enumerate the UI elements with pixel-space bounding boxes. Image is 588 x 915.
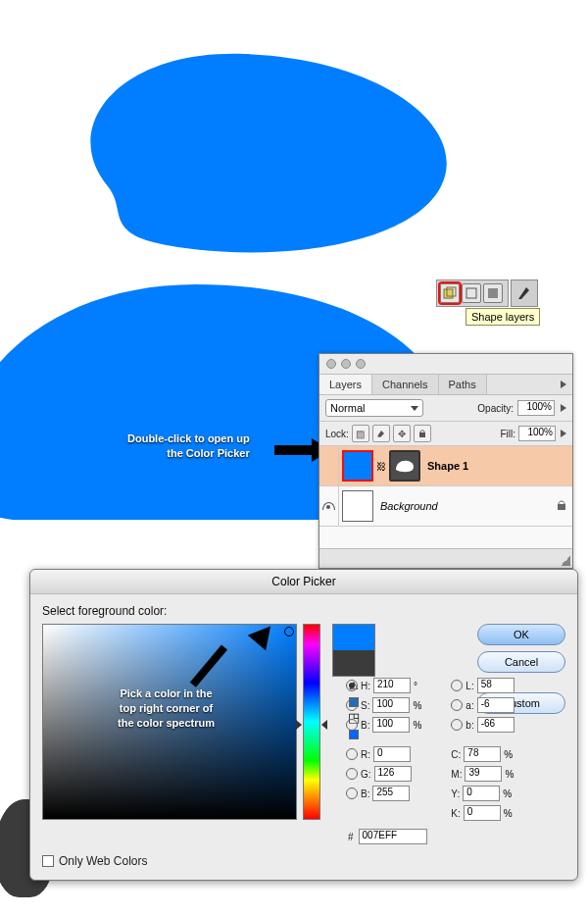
opacity-flyout-icon[interactable] <box>561 404 566 412</box>
g-label: G: <box>361 769 371 780</box>
layer-thumbnail[interactable] <box>342 450 373 482</box>
bb-label: B: <box>361 788 369 799</box>
layer-thumbnail[interactable] <box>342 490 373 522</box>
lb-radio[interactable] <box>451 719 463 731</box>
sat-radio[interactable] <box>346 699 358 711</box>
a-field[interactable]: -6 <box>477 697 514 713</box>
c-label: C: <box>451 749 461 760</box>
pct-unit: % <box>504 749 513 760</box>
s-field[interactable]: 100 <box>372 697 410 713</box>
l-label: L: <box>466 681 473 691</box>
shape-mode-toolbar <box>436 280 538 307</box>
dialog-title: Color Picker <box>30 570 577 594</box>
color-picker-dialog: Color Picker Select foreground color: ⚠ … <box>29 569 578 881</box>
visibility-toggle[interactable] <box>319 486 339 526</box>
layer-row-shape1[interactable]: ⛓ Shape 1 <box>319 446 572 486</box>
h-field[interactable]: 210 <box>373 678 411 693</box>
layer-name[interactable]: Shape 1 <box>423 460 468 472</box>
opacity-field[interactable]: 100% <box>517 400 555 416</box>
window-minimize-icon[interactable] <box>341 359 351 369</box>
hex-field[interactable]: 007EFF <box>359 829 427 844</box>
annotation-double-click: Double-click to open up the Color Picker <box>127 432 250 461</box>
b-field[interactable]: 100 <box>372 717 410 733</box>
lock-position-button[interactable]: ✥ <box>393 425 411 442</box>
pct-unit: % <box>505 769 514 780</box>
layer-name[interactable]: Background <box>376 500 438 512</box>
pct-unit: % <box>413 700 421 711</box>
l-field[interactable]: 58 <box>477 678 514 693</box>
select-color-label: Select foreground color: <box>42 604 565 618</box>
hash-label: # <box>348 832 354 842</box>
lb-field[interactable]: -66 <box>477 717 514 733</box>
color-swatch-pair <box>332 624 375 677</box>
panel-menu-icon[interactable] <box>553 375 572 394</box>
fill-label: Fill: <box>500 429 515 439</box>
hue-radio[interactable] <box>346 680 358 691</box>
new-color-swatch[interactable] <box>333 625 374 650</box>
pen-tool-display <box>511 280 538 307</box>
lock-pixels-button[interactable] <box>372 425 390 442</box>
only-web-colors-checkbox[interactable] <box>42 855 54 867</box>
pct-unit: % <box>413 720 421 731</box>
window-zoom-icon[interactable] <box>356 359 366 369</box>
svg-rect-4 <box>419 432 425 437</box>
cancel-button[interactable]: Cancel <box>477 651 565 673</box>
layer-row-background[interactable]: Background <box>319 486 572 527</box>
l-radio[interactable] <box>451 680 463 691</box>
visibility-toggle[interactable] <box>319 446 339 485</box>
chevron-down-icon <box>411 406 418 411</box>
window-traffic-lights <box>319 354 572 374</box>
previous-color-swatch[interactable] <box>333 650 374 676</box>
s-label: S: <box>361 700 369 711</box>
tab-layers[interactable]: Layers <box>319 375 372 394</box>
svg-rect-0 <box>444 289 453 298</box>
a-radio[interactable] <box>451 699 463 711</box>
blend-mode-select[interactable]: Normal <box>325 399 423 417</box>
link-icon: ⛓ <box>376 461 386 472</box>
blend-mode-value: Normal <box>330 402 365 414</box>
pct-unit: % <box>503 788 512 799</box>
annotation-pick-color: Pick a color in the top right corner of … <box>118 686 215 731</box>
fill-pixels-mode-button[interactable] <box>483 283 503 303</box>
svg-rect-5 <box>558 504 565 510</box>
svg-rect-3 <box>488 288 498 298</box>
vector-mask-thumbnail[interactable] <box>389 450 420 482</box>
pct-unit: % <box>504 808 513 819</box>
panel-footer <box>319 548 572 568</box>
b-label: B: <box>361 720 369 731</box>
g-field[interactable]: 126 <box>374 766 412 782</box>
hue-marker-left-icon <box>296 720 302 730</box>
g-radio[interactable] <box>346 768 358 780</box>
lock-label: Lock: <box>325 429 349 439</box>
layers-panel: Layers Channels Paths Normal Opacity: 10… <box>318 353 573 569</box>
bb-field[interactable]: 255 <box>372 786 410 801</box>
r-radio[interactable] <box>346 748 358 760</box>
canvas-shape-top <box>49 39 470 255</box>
lock-transparent-button[interactable]: ▨ <box>352 425 369 442</box>
r-field[interactable]: 0 <box>373 746 411 762</box>
lock-icon <box>557 499 566 513</box>
b-radio[interactable] <box>346 788 358 799</box>
tab-channels[interactable]: Channels <box>372 375 438 394</box>
bri-radio[interactable] <box>346 719 358 731</box>
spectrum-cursor-icon <box>284 627 294 636</box>
paths-mode-button[interactable] <box>462 283 481 303</box>
c-field[interactable]: 78 <box>464 746 501 762</box>
window-close-icon[interactable] <box>326 359 336 369</box>
shape-layers-mode-button[interactable] <box>440 283 460 303</box>
hue-slider[interactable] <box>303 624 320 820</box>
a-label: a: <box>466 700 473 711</box>
fill-field[interactable]: 100% <box>518 426 556 441</box>
h-label: H: <box>361 681 370 691</box>
lock-all-button[interactable] <box>414 425 431 442</box>
r-label: R: <box>361 749 370 760</box>
k-field[interactable]: 0 <box>464 805 501 821</box>
tab-paths[interactable]: Paths <box>439 375 487 394</box>
eye-icon <box>322 502 335 510</box>
opacity-label: Opacity: <box>477 403 514 414</box>
fill-flyout-icon[interactable] <box>561 430 566 437</box>
resize-grip-icon[interactable] <box>561 556 570 566</box>
y-field[interactable]: 0 <box>463 786 500 801</box>
m-field[interactable]: 39 <box>465 766 502 782</box>
ok-button[interactable]: OK <box>477 624 565 645</box>
